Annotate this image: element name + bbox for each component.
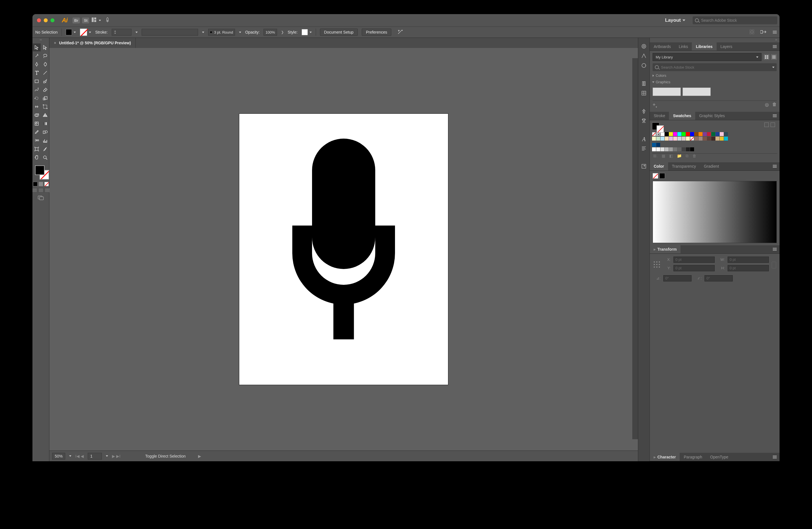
color-black-indicator[interactable] — [659, 173, 665, 179]
swatch-options[interactable]: ◧ — [669, 154, 673, 160]
prev-artboard[interactable]: ◀ — [81, 454, 84, 458]
close-tab-icon[interactable]: × — [54, 41, 56, 45]
line-segment-tool[interactable] — [41, 69, 49, 77]
new-color-group[interactable]: 📁 — [677, 154, 682, 160]
swatch-cell[interactable] — [690, 132, 694, 136]
paintbrush-tool[interactable] — [41, 77, 49, 85]
swatch-cell[interactable] — [694, 137, 698, 141]
export-panel-icon[interactable] — [641, 163, 647, 170]
preferences-button[interactable]: Preferences — [362, 29, 391, 36]
swatch-cell[interactable] — [661, 132, 664, 136]
color-panel-menu[interactable] — [770, 162, 780, 171]
swatch-cell[interactable] — [652, 132, 656, 136]
stroke-width-input[interactable] — [112, 29, 131, 35]
tab-paragraph[interactable]: Paragraph — [680, 453, 706, 461]
tab-gradient[interactable]: Gradient — [700, 162, 723, 171]
library-section-colors[interactable]: Colors — [653, 73, 777, 77]
library-graphic-item[interactable] — [682, 87, 711, 96]
transform-x-input[interactable]: 0 pt — [673, 257, 715, 263]
last-artboard[interactable]: ▶I — [116, 454, 120, 458]
swatch-cell[interactable] — [694, 132, 698, 136]
transform-panel-menu[interactable] — [770, 245, 780, 254]
swatch-cell[interactable] — [669, 147, 673, 151]
library-section-graphics[interactable]: Graphics — [653, 80, 777, 84]
eyedropper-tool[interactable] — [33, 128, 41, 136]
scale-tool[interactable] — [41, 94, 49, 102]
opacity-dropdown[interactable]: ❯ — [281, 30, 284, 34]
swatch-cell[interactable] — [673, 137, 677, 141]
shaper-tool[interactable] — [33, 86, 41, 94]
type-tool[interactable] — [33, 69, 41, 77]
swatch-cell[interactable] — [682, 132, 686, 136]
swatch-cell[interactable] — [703, 137, 707, 141]
workspace-switcher[interactable]: Layout — [660, 17, 691, 23]
adobe-stock-search[interactable]: Search Adobe Stock — [693, 16, 777, 24]
arrange-documents[interactable] — [91, 17, 97, 24]
bridge-button[interactable]: Br — [73, 17, 80, 24]
tab-transform[interactable]: ▸Transform — [650, 245, 681, 254]
swatch-cell[interactable] — [661, 147, 664, 151]
zoom-level[interactable]: 50% — [52, 453, 65, 460]
close-window[interactable] — [37, 18, 41, 22]
arrange-dropdown[interactable] — [99, 20, 101, 21]
opacity-input[interactable]: 100% — [263, 29, 277, 35]
tab-color[interactable]: Color — [650, 162, 668, 171]
stroke-color[interactable] — [80, 29, 91, 36]
lasso-tool[interactable] — [41, 52, 49, 60]
tab-swatches[interactable]: Swatches — [669, 112, 695, 120]
isolate-selected-object[interactable] — [750, 30, 754, 35]
color-none-indicator[interactable] — [653, 173, 658, 179]
swatch-cell[interactable] — [707, 132, 711, 136]
swatch-thumb-view[interactable] — [770, 123, 775, 127]
swatches-panel-menu[interactable] — [770, 112, 780, 120]
asset-export-panel-icon[interactable] — [641, 118, 647, 125]
panels-collapse[interactable]: ›› — [650, 38, 780, 42]
zoom-tool[interactable] — [41, 154, 49, 161]
draw-behind[interactable] — [38, 188, 43, 192]
free-transform-tool[interactable] — [41, 103, 49, 111]
swatch-cell[interactable] — [665, 147, 669, 151]
swatch-cell[interactable] — [678, 137, 681, 141]
transform-shear-input[interactable]: 0° — [705, 275, 733, 282]
tab-opentype[interactable]: OpenType — [706, 453, 733, 461]
swatch-cell[interactable] — [715, 137, 720, 141]
swatch-cell[interactable] — [656, 147, 660, 151]
shape-builder-tool[interactable] — [33, 111, 41, 119]
document-tab[interactable]: × Untitled-1* @ 50% (RGB/GPU Preview) — [49, 38, 136, 48]
swatch-cell[interactable] — [656, 137, 660, 141]
swatch-cell[interactable] — [699, 137, 702, 141]
tab-links[interactable]: Links — [675, 42, 692, 51]
libraries-panel-menu[interactable] — [770, 42, 780, 51]
swatch-cell[interactable] — [711, 137, 715, 141]
swatch-cell[interactable] — [656, 143, 660, 147]
tab-artboards[interactable]: Artboards — [650, 42, 675, 51]
artboard-number[interactable]: 1 — [88, 453, 102, 460]
tab-stroke[interactable]: Stroke — [650, 112, 669, 120]
character-panel-icon[interactable]: A — [642, 136, 646, 143]
document-setup-button[interactable]: Document Setup — [320, 29, 358, 36]
color-mode-gradient[interactable] — [39, 182, 43, 186]
color-mode-solid[interactable] — [33, 182, 38, 186]
library-cc-icon[interactable]: ◎ — [765, 102, 769, 109]
swatch-cell[interactable] — [707, 137, 711, 141]
control-bar-menu[interactable] — [773, 30, 777, 34]
delete-swatch[interactable]: 🗑 — [692, 154, 696, 160]
library-delete[interactable]: 🗑 — [772, 102, 777, 109]
curvature-tool[interactable] — [41, 60, 49, 68]
library-search[interactable]: Search Adobe Stock — [653, 63, 777, 71]
swatch-cell[interactable] — [703, 132, 707, 136]
swatch-cell[interactable] — [690, 147, 694, 151]
eraser-tool[interactable] — [41, 86, 49, 94]
swatch-cell[interactable] — [682, 147, 686, 151]
magic-wand-tool[interactable] — [33, 52, 41, 60]
pen-tool[interactable] — [33, 60, 41, 68]
selection-tool[interactable] — [33, 43, 41, 52]
mesh-tool[interactable] — [33, 120, 41, 128]
artboard-dropdown[interactable] — [106, 455, 108, 457]
grayscale-ramp[interactable] — [653, 181, 777, 243]
tab-graphic-styles[interactable]: Graphic Styles — [695, 112, 729, 120]
stock-button[interactable]: St — [82, 17, 89, 24]
paragraph-panel-icon[interactable] — [641, 145, 647, 152]
symbols-panel-icon[interactable] — [641, 90, 647, 97]
width-profile-dropdown[interactable] — [202, 32, 204, 33]
